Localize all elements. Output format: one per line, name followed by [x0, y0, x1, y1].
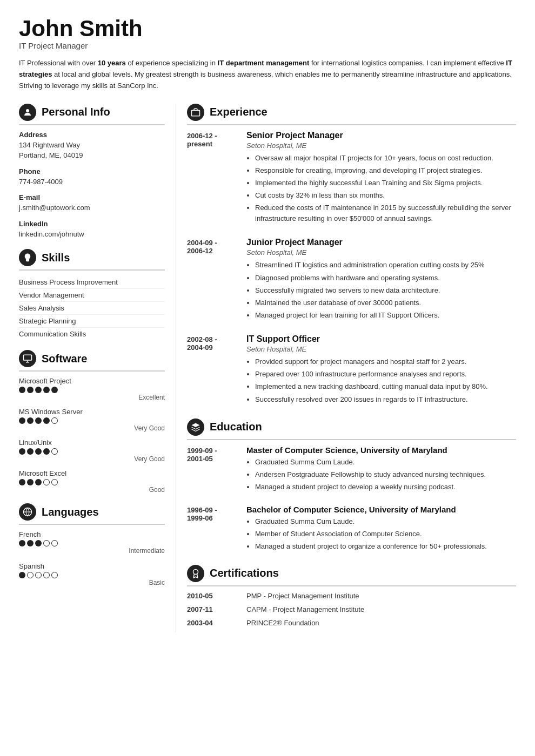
filled-dot [27, 540, 34, 546]
exp-bullet: Implemented the highly successful Lean T… [255, 178, 516, 188]
empty-dot [51, 448, 58, 455]
software-name: MS Windows Server [19, 408, 165, 416]
experience-title: Experience [210, 106, 268, 118]
exp-bullet: Streamlined IT logistics and administrat… [255, 260, 516, 271]
cert-name: PRINCE2® Foundation [246, 619, 516, 627]
exp-bullet: Cut costs by 32% in less than six months… [255, 190, 516, 201]
experience-section-header: Experience [187, 104, 516, 125]
left-column: Personal Info Address 134 Rightward Way … [19, 104, 176, 632]
address-block: Address 134 Rightward Way Portland, ME, … [19, 131, 165, 161]
exp-date: 2004-09 - 2006-12 [187, 238, 246, 255]
linkedin-block: LinkedIn linkedin.com/johnutw [19, 220, 165, 240]
edu-date: 1996-09 - 1999-06 [187, 505, 246, 522]
email-value: j.smith@uptowork.com [19, 202, 165, 213]
filled-dot [19, 572, 25, 578]
certifications-icon [187, 565, 204, 582]
cert-name: CAPM - Project Management Institute [246, 605, 516, 613]
edu-bullet: Managed a student project to develop a w… [255, 482, 516, 492]
svg-point-3 [193, 569, 198, 574]
certifications-list: 2010-05PMP - Project Management Institut… [187, 592, 516, 627]
filled-dot [19, 540, 25, 546]
empty-dot [51, 417, 58, 424]
empty-dot [51, 540, 58, 546]
exp-bullet: Managed project for lean training for al… [255, 310, 516, 321]
phone-value: 774-987-4009 [19, 177, 165, 187]
exp-company: Seton Hospital, ME [246, 141, 516, 150]
filled-dot [19, 479, 25, 485]
filled-dot [27, 448, 34, 455]
software-item: Microsoft ExcelGood [19, 469, 165, 494]
software-icon [19, 350, 36, 367]
exp-bullet: Implemented a new tracking dashboard, cu… [255, 381, 516, 392]
filled-dot [43, 387, 50, 393]
svg-rect-1 [24, 355, 32, 360]
empty-dot [35, 572, 42, 578]
languages-icon [19, 503, 36, 521]
filled-dot [19, 387, 25, 393]
software-title: Software [42, 353, 87, 365]
skill-item: Communication Skills [19, 328, 165, 340]
skills-list: Business Process ImprovementVendor Manag… [19, 276, 165, 340]
exp-bullet: Successfully migrated two servers to new… [255, 285, 516, 296]
svg-point-0 [26, 109, 29, 112]
software-item: Linux/UnixVery Good [19, 438, 165, 463]
exp-job-title: IT Support Officer [246, 334, 516, 344]
svg-rect-2 [192, 110, 200, 116]
exp-date: 2006-12 - present [187, 131, 246, 148]
edu-degree: Bachelor of Computer Science, University… [246, 505, 516, 514]
person-icon [19, 104, 36, 121]
filled-dot [19, 448, 25, 455]
skill-item: Vendor Management [19, 289, 165, 302]
address-value: 134 Rightward Way Portland, ME, 04019 [19, 140, 165, 161]
phone-block: Phone 774-987-4009 [19, 167, 165, 187]
cert-name: PMP - Project Management Institute [246, 592, 516, 600]
filled-dot [43, 448, 50, 455]
filled-dot [51, 387, 58, 393]
empty-dot [43, 479, 50, 485]
email-label: E-mail [19, 193, 165, 201]
cert-date: 2007-11 [187, 605, 246, 613]
education-entry: 1999-09 - 2001-05Master of Computer Scie… [187, 446, 516, 494]
experience-entry: 2006-12 - presentSenior Project ManagerS… [187, 131, 516, 226]
software-name: Linux/Unix [19, 438, 165, 447]
filled-dot [43, 417, 50, 424]
empty-dot [51, 479, 58, 485]
exp-bullet: Diagnosed problems with hardware and ope… [255, 273, 516, 284]
certifications-section-header: Certifications [187, 565, 516, 586]
edu-bullet: Andersen Postgraduate Fellowship to stud… [255, 469, 516, 480]
languages-list: FrenchIntermediateSpanishBasic [19, 530, 165, 586]
filled-dot [35, 540, 42, 546]
language-name: Spanish [19, 562, 165, 570]
filled-dot [35, 479, 42, 485]
experience-list: 2006-12 - presentSenior Project ManagerS… [187, 131, 516, 407]
exp-bullet: Oversaw all major hospital IT projects f… [255, 153, 516, 164]
experience-icon [187, 104, 204, 121]
software-rating-label: Good [19, 486, 165, 494]
education-section-header: Education [187, 418, 516, 440]
software-rating-label: Excellent [19, 394, 165, 401]
skill-item: Strategic Planning [19, 315, 165, 328]
right-column: Experience 2006-12 - presentSenior Proje… [176, 104, 516, 632]
linkedin-label: LinkedIn [19, 220, 165, 228]
email-block: E-mail j.smith@uptowork.com [19, 193, 165, 213]
education-icon [187, 418, 204, 436]
education-title: Education [210, 421, 262, 433]
experience-entry: 2002-08 - 2004-09IT Support OfficerSeton… [187, 334, 516, 407]
exp-bullet: Reduced the costs of IT maintenance in 2… [255, 202, 516, 224]
summary-text: IT Professional with over 10 years of ex… [19, 58, 516, 91]
education-entry: 1996-09 - 1999-06Bachelor of Computer Sc… [187, 505, 516, 554]
exp-company: Seton Hospital, ME [246, 248, 516, 256]
linkedin-value: linkedin.com/johnutw [19, 229, 165, 240]
language-rating-label: Intermediate [19, 547, 165, 555]
cert-date: 2003-04 [187, 619, 246, 627]
software-rating-label: Very Good [19, 455, 165, 463]
filled-dot [35, 417, 42, 424]
edu-bullet: Member of Student Association of Compute… [255, 529, 516, 539]
experience-entry: 2004-09 - 2006-12Junior Project ManagerS… [187, 238, 516, 322]
cert-date: 2010-05 [187, 592, 246, 600]
filled-dot [19, 417, 25, 424]
empty-dot [51, 572, 58, 578]
software-section-header: Software [19, 350, 165, 372]
edu-bullet: Managed a student project to organize a … [255, 541, 516, 552]
filled-dot [27, 479, 34, 485]
